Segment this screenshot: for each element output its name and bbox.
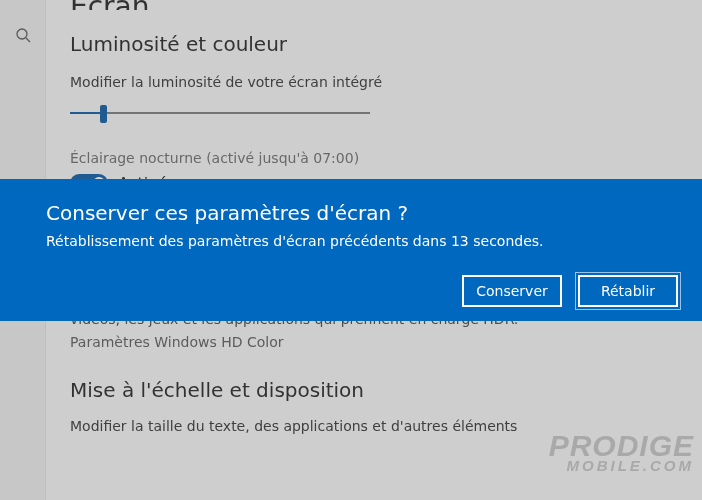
brightness-slider[interactable]	[70, 96, 370, 130]
search-icon	[15, 27, 31, 43]
svg-point-0	[17, 29, 27, 39]
svg-line-1	[26, 38, 30, 42]
search-button[interactable]	[0, 18, 46, 52]
settings-window: Écran Luminosité et couleur Modifier la …	[0, 0, 702, 500]
keep-button[interactable]: Conserver	[462, 275, 562, 307]
slider-fill	[70, 112, 102, 114]
hdr-link[interactable]: Paramètres Windows HD Color	[70, 334, 678, 350]
section-scale-heading: Mise à l'échelle et disposition	[70, 378, 678, 402]
dialog-title: Conserver ces paramètres d'écran ?	[46, 201, 656, 225]
nightlight-label: Éclairage nocturne (activé jusqu'à 07:00…	[70, 150, 678, 166]
revert-button[interactable]: Rétablir	[578, 275, 678, 307]
brightness-slider-label: Modifier la luminosité de votre écran in…	[70, 74, 678, 90]
slider-track	[70, 112, 370, 114]
section-brightness-heading: Luminosité et couleur	[70, 32, 678, 56]
slider-thumb[interactable]	[100, 105, 107, 123]
page-title: Écran	[70, 0, 678, 10]
keep-settings-dialog: Conserver ces paramètres d'écran ? Rétab…	[0, 179, 702, 321]
scale-size-label: Modifier la taille du texte, des applica…	[70, 418, 678, 434]
dialog-message: Rétablissement des paramètres d'écran pr…	[46, 233, 656, 249]
dialog-button-row: Conserver Rétablir	[462, 275, 678, 307]
